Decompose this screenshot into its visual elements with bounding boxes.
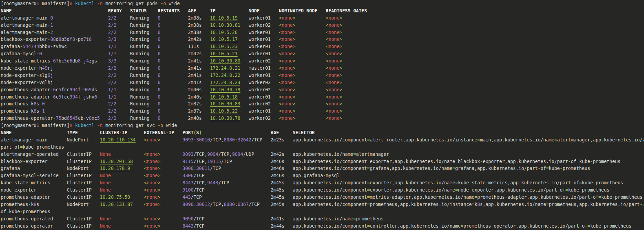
column-gap [45,101,108,106]
terminal-window[interactable]: [root@master01 manifests]# kubectl -n mo… [0,0,644,230]
column-gap [36,187,67,193]
column-gap [149,44,158,49]
svc-kube-state-metrics: kube-state-metrics ClusterIP None <none>… [1,180,644,187]
column-gap [202,66,210,71]
column-gap [53,30,108,35]
column-gap [149,58,158,64]
column-gap [92,159,100,164]
column-gap [296,73,326,78]
column-gap [240,73,249,78]
column-gap [271,58,279,64]
column-gap [180,8,188,13]
column-gap [50,195,67,200]
pod-prometheus-adapter-jshv6: prometheus-adapter-6c5fcc994f-jshv6 1/1 … [1,94,644,101]
column-gap [53,223,67,229]
column-gap [149,66,158,71]
svc-prometheus-operator: prometheus-operator ClusterIP None <none… [1,223,644,230]
column-gap [160,116,188,121]
svc-blackbox-exporter: blackbox-exporter ClusterIP 10.20.201.58… [1,158,644,165]
column-gap [296,66,326,71]
column-gap [238,37,249,42]
column-gap [92,187,100,193]
column-gap [296,51,326,56]
column-gap [53,80,108,85]
column-gap [116,80,130,85]
column-gap [240,58,249,64]
column-gap [285,187,293,193]
column-gap [285,202,293,207]
column-gap [296,94,326,100]
column-gap [160,216,182,221]
column-gap [116,23,130,28]
column-gap [271,15,279,21]
svc-prometheus-k8s-wrap: of=kube-prometheus [1,208,644,216]
pod-grafana: grafana-544744bbb8-zvhwc 1/1 Running 0 1… [1,43,644,50]
column-gap [149,87,158,92]
column-gap [296,30,326,35]
column-gap [147,8,158,13]
column-gap [238,51,249,56]
column-gap [238,15,249,21]
column-gap [67,44,108,49]
svc-alertmanager-main: alertmanager-main NodePort 10.20.110.134… [1,137,644,144]
column-gap [160,30,188,35]
column-gap [202,37,210,42]
column-gap [232,159,271,164]
column-gap [92,216,100,221]
line-wrap-icon: ↵ [643,137,644,142]
column-gap [161,58,188,64]
column-gap [122,8,130,13]
column-gap [133,159,144,164]
column-gap [202,51,210,56]
pods-header: NAME READY STATUS RESTARTS AGE IP NODE N… [1,8,644,15]
column-gap [160,202,182,207]
column-gap [205,216,271,221]
column-gap [116,51,130,56]
column-gap [238,44,249,49]
column-gap [111,223,144,229]
svc-prometheus-k8s: prometheus-k8s NodePort 10.20.131.87 <no… [1,201,644,208]
column-gap [296,87,326,92]
column-gap [160,80,188,85]
pod-node-exporter-vqlhj: node-exporter-vqlhj 2/2 Running 0 2m41s … [1,79,644,87]
pod-alertmanager-main-1: alertmanager-main-1 2/2 Running 0 2m38s … [1,22,644,29]
column-gap [116,73,130,78]
pod-node-exporter-slg6j: node-exporter-slg6j 2/2 Running 0 2m41s … [1,72,644,79]
svc-prometheus-operated: prometheus-operated ClusterIP None <none… [1,216,644,223]
column-gap [240,116,249,121]
column-gap [58,173,67,178]
column-gap [97,87,108,92]
column-gap [271,94,279,100]
column-gap [160,15,188,21]
pod-blackbox-exporter: blackbox-exporter-88d8b5df8-px7t8 3/3 Ru… [1,36,644,43]
column-gap [149,37,158,42]
svc-prometheus-adapter: prometheus-adapter ClusterIP 10.20.75.50… [1,194,644,201]
column-gap [89,202,100,207]
column-gap [116,15,130,21]
column-gap [149,108,158,114]
pod-alertmanager-main-2: alertmanager-main-2 2/2 Running 0 2m38s … [1,29,644,36]
column-gap [12,8,108,13]
column-gap [240,66,249,71]
column-gap [149,23,158,28]
column-gap [271,51,279,56]
column-gap [271,73,279,78]
column-gap [92,37,108,42]
column-gap [100,116,108,121]
column-gap [45,108,108,114]
column-gap [111,187,144,193]
column-gap [130,195,144,200]
column-gap [12,130,67,135]
column-gap [296,23,326,28]
column-gap [271,37,279,42]
column-gap [42,51,108,56]
prompt-svc-command: [root@master01 manifests]# kubectl -n mo… [1,122,644,129]
column-gap [149,51,158,56]
column-gap [136,137,144,142]
column-gap [296,15,326,21]
column-gap [202,30,210,35]
column-gap [262,137,271,142]
column-gap [279,130,293,135]
column-gap [205,187,271,193]
column-gap [285,180,293,185]
